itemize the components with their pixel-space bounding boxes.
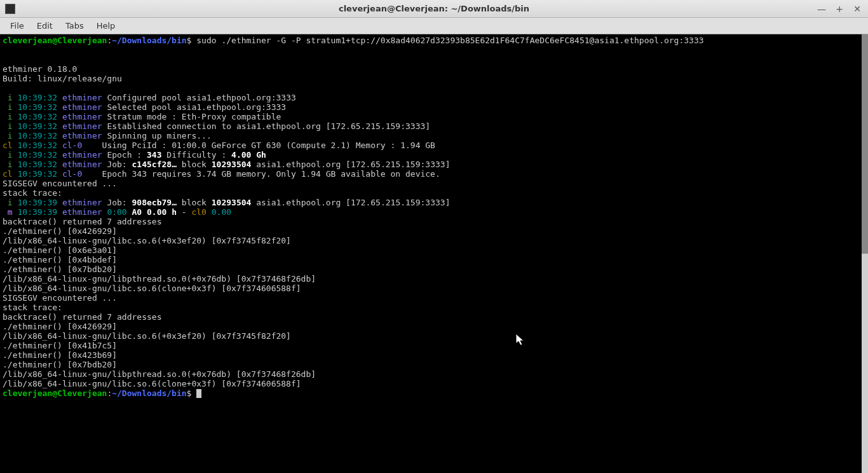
- menu-tabs[interactable]: Tabs: [59, 19, 90, 32]
- scrollbar[interactable]: [862, 34, 868, 473]
- window-controls: — + ✕: [817, 4, 868, 14]
- window-titlebar: cleverjean@Cleverjean: ~/Downloads/bin —…: [0, 0, 868, 18]
- terminal-output[interactable]: cleverjean@Cleverjean:~/Downloads/bin$ s…: [0, 34, 868, 473]
- menu-help[interactable]: Help: [90, 19, 122, 32]
- maximize-button[interactable]: +: [835, 4, 844, 14]
- terminal-app-icon: [5, 4, 15, 14]
- close-button[interactable]: ✕: [853, 4, 862, 14]
- window-title: cleverjean@Cleverjean: ~/Downloads/bin: [339, 4, 529, 13]
- scrollbar-thumb[interactable]: [862, 34, 868, 254]
- menu-file[interactable]: File: [4, 19, 31, 32]
- menu-edit[interactable]: Edit: [31, 19, 59, 32]
- menubar: File Edit Tabs Help: [0, 18, 868, 34]
- minimize-button[interactable]: —: [817, 4, 826, 14]
